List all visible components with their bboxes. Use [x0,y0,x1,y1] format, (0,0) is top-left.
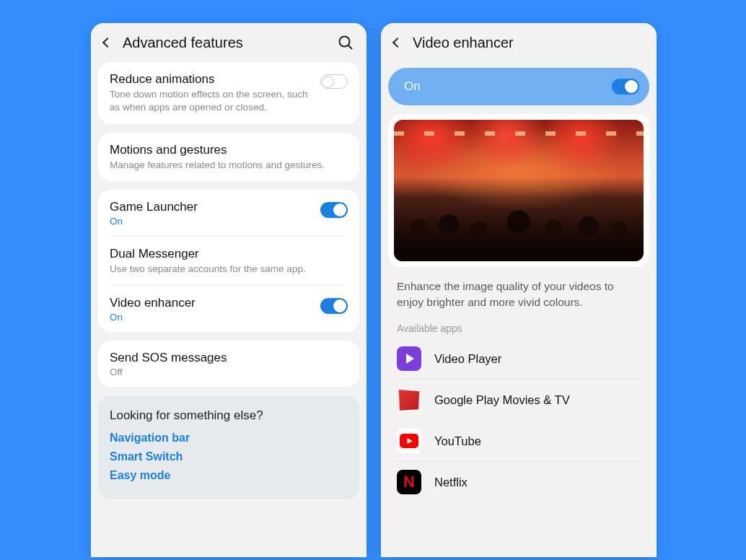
master-toggle-label: On [404,79,612,94]
section-label: Available apps [381,323,657,338]
row-title: Video enhancer [110,295,312,311]
toggle-video-enhancer[interactable] [320,298,348,314]
back-icon[interactable] [102,38,113,48]
row-video-enhancer[interactable]: Video enhancer On [98,286,359,332]
row-title: Reduce animations [110,71,312,87]
master-toggle-row[interactable]: On [388,68,649,105]
row-title: Dual Messenger [110,246,348,262]
row-send-sos[interactable]: Send SOS messages Off [98,341,359,387]
row-status: On [110,216,312,227]
titlebar: Video enhancer [381,23,657,62]
video-player-icon [397,346,421,371]
app-row-play-movies[interactable]: Google Play Movies & TV [395,380,642,421]
row-title: Send SOS messages [110,350,348,366]
page-title: Video enhancer [413,35,644,51]
netflix-icon: N [397,470,421,494]
row-motions-gestures[interactable]: Motions and gestures Manage features rel… [98,133,359,181]
search-icon[interactable] [338,35,354,51]
youtube-icon [397,429,421,453]
row-reduce-animations[interactable]: Reduce animations Tone down motion effec… [98,62,359,124]
play-movies-icon [397,388,421,412]
video-enhancer-screen: Video enhancer On Enhance the image qual… [381,23,657,557]
link-easy-mode[interactable]: Easy mode [110,469,348,482]
row-title: Motions and gestures [110,142,348,158]
app-row-youtube[interactable]: YouTube [395,421,642,462]
row-dual-messenger[interactable]: Dual Messenger Use two separate accounts… [98,237,359,285]
back-icon[interactable] [392,38,403,48]
app-row-netflix[interactable]: N Netflix [395,462,642,502]
link-navigation-bar[interactable]: Navigation bar [110,432,348,445]
preview-card [388,114,649,267]
app-name: Video Player [434,352,501,366]
row-subtitle: Manage features related to motions and g… [110,159,348,172]
advanced-features-screen: Advanced features Reduce animations Tone… [91,23,367,557]
row-status: Off [110,367,348,377]
svg-point-0 [340,37,350,47]
row-subtitle: Tone down motion effects on the screen, … [110,88,312,114]
description: Enhance the image quality of your videos… [381,279,657,323]
link-smart-switch[interactable]: Smart Switch [110,450,348,463]
app-name: Netflix [434,476,468,489]
toggle-reduce-animations[interactable] [320,74,348,89]
row-subtitle: Use two separate accounts for the same a… [110,263,348,276]
available-apps-list: Video Player Google Play Movies & TV You… [381,338,657,502]
app-name: YouTube [434,434,481,448]
app-row-video-player[interactable]: Video Player [395,338,642,380]
toggle-game-launcher[interactable] [320,202,348,218]
row-status: On [110,312,312,323]
footer-card: Looking for something else? Navigation b… [98,395,359,499]
row-title: Game Launcher [110,199,312,215]
toggle-video-enhancer-master[interactable] [612,79,639,95]
footer-title: Looking for something else? [110,408,348,423]
titlebar: Advanced features [91,23,367,62]
page-title: Advanced features [123,35,338,51]
svg-line-1 [348,45,352,49]
row-game-launcher[interactable]: Game Launcher On [98,190,359,236]
app-name: Google Play Movies & TV [434,393,570,407]
preview-image [394,120,644,261]
